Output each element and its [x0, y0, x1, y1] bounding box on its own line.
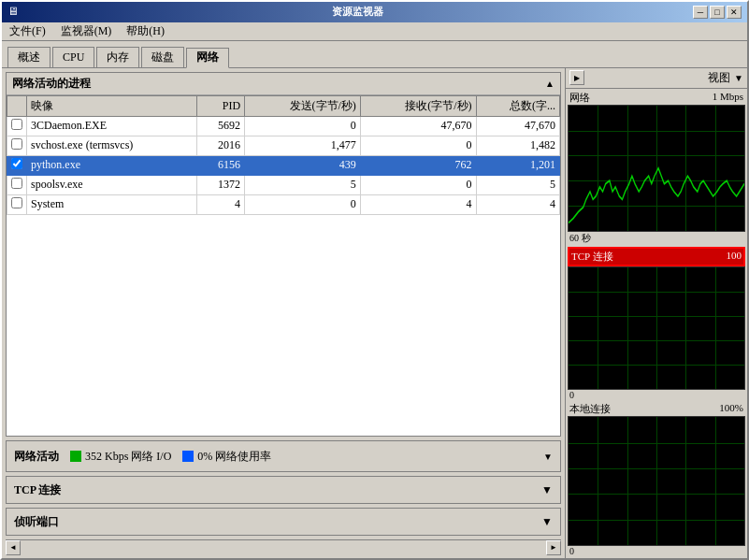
row-recv: 47,670: [360, 116, 476, 136]
green-square-icon: [70, 451, 81, 462]
right-panel: ▶ 视图 ▼ 网络 1 Mbps: [565, 68, 747, 558]
row-total: 1,482: [476, 136, 559, 155]
row-send: 439: [245, 155, 361, 175]
network-time-label: 60 秒: [568, 232, 745, 245]
local-chart-header: 本地连接 100%: [568, 402, 745, 416]
col-check: [7, 95, 27, 116]
process-section-header[interactable]: 网络活动的进程 ▲: [7, 73, 560, 95]
table-row[interactable]: spoolsv.exe 1372 5 0 5: [7, 175, 560, 194]
network-activity-chevron-icon[interactable]: ▼: [543, 452, 553, 462]
listen-chevron-icon: ▼: [541, 515, 553, 529]
row-checkbox[interactable]: [7, 175, 27, 194]
tcp-bottom-value: 0: [569, 390, 574, 400]
play-button[interactable]: ▶: [569, 70, 584, 85]
row-checkbox[interactable]: [7, 155, 27, 175]
listen-section[interactable]: 侦听端口 ▼: [6, 508, 561, 536]
network-activity-section: 网络活动 352 Kbps 网络 I/O 0% 网络使用率 ▼: [6, 440, 561, 472]
menu-monitor[interactable]: 监视器(M): [57, 22, 116, 40]
local-chart: 本地连接 100% 0: [568, 402, 745, 556]
view-label: 视图: [708, 70, 730, 86]
row-recv: 0: [360, 136, 476, 155]
tcp-chart-label: TCP 连接: [571, 250, 613, 264]
right-panel-header: ▶ 视图 ▼: [566, 68, 747, 89]
scroll-left-button[interactable]: ◄: [6, 540, 21, 555]
row-send: 0: [245, 194, 361, 214]
table-row[interactable]: System 4 0 4 4: [7, 194, 560, 214]
row-total: 4: [476, 194, 559, 214]
blue-square-icon: [182, 451, 194, 462]
tcp-chevron-icon: ▼: [541, 483, 553, 497]
row-send: 1,477: [245, 136, 361, 155]
process-table-container[interactable]: 映像 PID 发送(字节/秒) 接收(字节/秒) 总数(字... 3CDaemo…: [7, 95, 560, 436]
title-bar-buttons: ─ □ ✕: [693, 6, 742, 19]
col-total[interactable]: 总数(字...: [476, 95, 559, 116]
local-grid: [569, 417, 744, 545]
tab-network[interactable]: 网络: [186, 48, 229, 68]
scroll-track[interactable]: [21, 540, 546, 555]
title-bar-icon: 🖥: [7, 5, 19, 19]
network-io-text: 352 Kbps 网络 I/O: [85, 449, 171, 465]
charts-container: 网络 1 Mbps 60 秒: [566, 89, 747, 558]
menu-file[interactable]: 文件(F): [6, 22, 50, 40]
table-row[interactable]: python.exe 6156 439 762 1,201: [7, 155, 560, 175]
row-name: python.exe: [27, 155, 197, 175]
tcp-section[interactable]: TCP 连接 ▼: [6, 476, 561, 504]
process-chevron-icon: ▲: [545, 79, 555, 89]
row-recv: 762: [360, 155, 476, 175]
row-recv: 4: [360, 194, 476, 214]
table-row[interactable]: 3CDaemon.EXE 5692 0 47,670 47,670: [7, 116, 560, 136]
tab-disk[interactable]: 磁盘: [141, 47, 184, 67]
row-recv: 0: [360, 175, 476, 194]
network-chart-canvas: [568, 105, 745, 232]
process-table: 映像 PID 发送(字节/秒) 接收(字节/秒) 总数(字... 3CDaemo…: [7, 95, 560, 215]
scroll-right-button[interactable]: ►: [546, 540, 561, 555]
row-pid: 6156: [197, 155, 245, 175]
network-indicator-2: 0% 网络使用率: [182, 449, 271, 465]
main-content: 网络活动的进程 ▲ 映像 PID 发送(字节/秒) 接收(字节/秒) 总: [2, 67, 747, 558]
network-chart-header: 网络 1 Mbps: [568, 91, 745, 105]
right-scrollbar-container: [734, 68, 747, 513]
row-pid: 1372: [197, 175, 245, 194]
table-row[interactable]: svchost.exe (termsvcs) 2016 1,477 0 1,48…: [7, 136, 560, 155]
row-checkbox[interactable]: [7, 116, 27, 136]
menu-help[interactable]: 帮助(H): [122, 22, 168, 40]
network-usage-text: 0% 网络使用率: [197, 449, 271, 465]
row-send: 5: [245, 175, 361, 194]
tcp-chart-canvas: [568, 266, 745, 391]
tab-overview[interactable]: 概述: [7, 47, 50, 67]
bottom-scrollbar: ◄ ►: [6, 539, 561, 554]
col-name[interactable]: 映像: [27, 95, 197, 116]
row-name: svchost.exe (termsvcs): [27, 136, 197, 155]
network-indicator-1: 352 Kbps 网络 I/O: [70, 449, 171, 465]
row-total: 1,201: [476, 155, 559, 175]
row-total: 47,670: [476, 116, 559, 136]
tab-memory[interactable]: 内存: [96, 47, 139, 67]
tcp-bottom: 0: [568, 390, 745, 400]
local-chart-canvas: [568, 416, 745, 546]
tab-bar: 概述 CPU 内存 磁盘 网络: [2, 41, 747, 67]
row-pid: 4: [197, 194, 245, 214]
listen-section-label: 侦听端口: [14, 514, 59, 530]
maximize-button[interactable]: □: [710, 6, 725, 19]
row-total: 5: [476, 175, 559, 194]
row-checkbox[interactable]: [7, 136, 27, 155]
row-pid: 2016: [197, 136, 245, 155]
row-checkbox[interactable]: [7, 194, 27, 214]
close-button[interactable]: ✕: [727, 6, 742, 19]
row-name: 3CDaemon.EXE: [27, 116, 197, 136]
minimize-button[interactable]: ─: [693, 6, 708, 19]
col-send[interactable]: 发送(字节/秒): [245, 95, 361, 116]
col-recv[interactable]: 接收(字节/秒): [360, 95, 476, 116]
tab-cpu[interactable]: CPU: [52, 47, 94, 67]
network-chart: 网络 1 Mbps 60 秒: [568, 91, 745, 245]
process-section-title: 网络活动的进程: [12, 76, 91, 92]
network-wave-svg: [569, 106, 744, 231]
local-bottom-value: 0: [569, 546, 574, 556]
row-name: spoolsv.exe: [27, 175, 197, 194]
network-activity-label: 网络活动: [14, 449, 59, 465]
col-pid[interactable]: PID: [197, 95, 245, 116]
window-frame: 🖥 资源监视器 ─ □ ✕ 文件(F) 监视器(M) 帮助(H) 概述 CPU …: [0, 0, 749, 560]
left-panel: 网络活动的进程 ▲ 映像 PID 发送(字节/秒) 接收(字节/秒) 总: [2, 68, 565, 558]
tcp-grid: [569, 267, 744, 390]
network-chart-label: 网络: [569, 91, 590, 105]
